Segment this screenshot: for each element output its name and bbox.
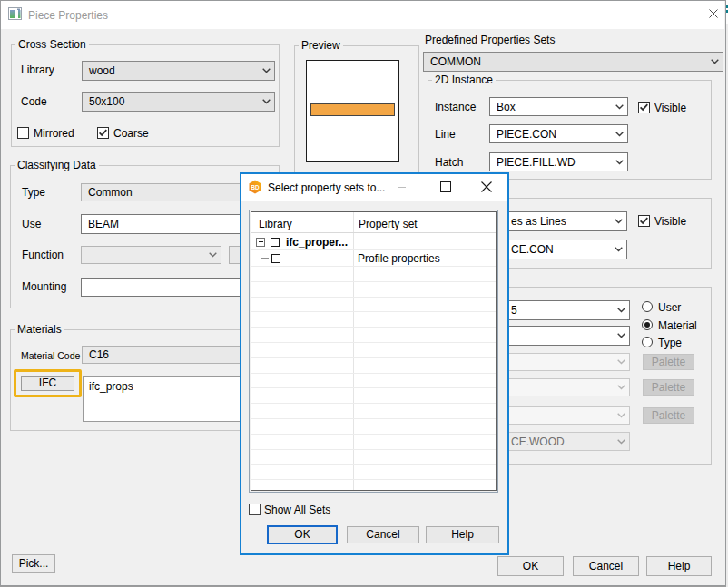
svg-text:BD: BD: [251, 184, 260, 191]
